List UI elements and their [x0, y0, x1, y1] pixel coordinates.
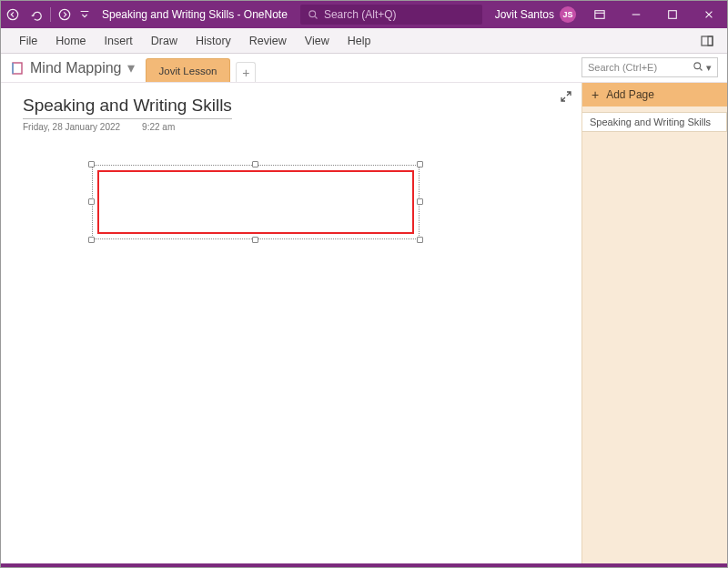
svg-rect-5 [702, 36, 713, 46]
tab-history[interactable]: History [187, 28, 240, 54]
user-name: Jovit Santos [495, 8, 554, 21]
tab-draw[interactable]: Draw [142, 28, 187, 54]
notebook-dropdown[interactable]: ▾ [127, 59, 135, 76]
svg-rect-7 [13, 63, 22, 74]
page-search-placeholder: Search (Ctrl+E) [588, 62, 657, 73]
tab-view[interactable]: View [296, 28, 339, 54]
ribbon-display-button[interactable] [581, 1, 618, 28]
minimize-button[interactable] [618, 1, 654, 28]
search-icon [308, 9, 318, 20]
search-placeholder: Search (Alt+Q) [324, 8, 397, 21]
resize-handle-tr[interactable] [417, 161, 423, 167]
selected-object[interactable] [92, 165, 420, 239]
resize-handle-br[interactable] [417, 237, 423, 243]
page-date[interactable]: Friday, 28 January 2022 [23, 122, 120, 132]
separator [50, 7, 51, 22]
avatar: JS [560, 6, 576, 23]
page-meta: Friday, 28 January 2022 9:22 am [23, 122, 560, 132]
tab-review[interactable]: Review [240, 28, 296, 54]
fullscreen-icon[interactable] [560, 90, 572, 106]
svg-point-2 [309, 11, 316, 17]
close-button[interactable] [691, 1, 727, 28]
plus-icon: + [592, 87, 599, 102]
tab-help[interactable]: Help [339, 28, 380, 54]
tab-file[interactable]: File [10, 28, 46, 54]
page-list-item[interactable]: Speaking and Writing Skills [582, 112, 727, 132]
add-page-button[interactable]: + Add Page [582, 83, 727, 106]
content-area: Speaking and Writing Skills Friday, 28 J… [1, 83, 727, 563]
svg-point-8 [694, 63, 701, 69]
add-section-button[interactable]: + [236, 62, 256, 82]
section-tab-active[interactable]: Jovit Lesson [146, 58, 231, 82]
maximize-button[interactable] [654, 1, 691, 28]
search-icon [693, 61, 703, 74]
resize-handle-ml[interactable] [88, 198, 95, 205]
qat-customize[interactable] [76, 1, 93, 28]
svg-point-1 [59, 9, 69, 19]
section-bar: Mind Mapping ▾ Jovit Lesson + Search (Ct… [1, 54, 727, 83]
chevron-down-icon: ▾ [706, 62, 712, 74]
svg-rect-4 [669, 11, 677, 19]
ribbon: File Home Insert Draw History Review Vie… [1, 28, 727, 54]
undo-button[interactable] [25, 1, 48, 28]
page-canvas[interactable]: Speaking and Writing Skills Friday, 28 J… [1, 83, 581, 563]
page-search[interactable]: Search (Ctrl+E) ▾ [581, 57, 718, 77]
notebook-icon [10, 61, 25, 76]
page-title[interactable]: Speaking and Writing Skills [23, 96, 560, 116]
rectangle-shape[interactable] [97, 170, 414, 234]
title-underline [23, 118, 232, 119]
svg-point-0 [7, 9, 17, 19]
window-title: Speaking and Writing Skills - OneNote [102, 8, 288, 21]
resize-handle-tm[interactable] [252, 161, 258, 167]
user-account[interactable]: Jovit Santos JS [495, 6, 576, 23]
resize-handle-bl[interactable] [88, 237, 95, 243]
resize-handle-tl[interactable] [88, 161, 95, 167]
tell-me-search[interactable]: Search (Alt+Q) [300, 5, 482, 25]
back-button[interactable] [1, 1, 25, 28]
redo-button[interactable] [53, 1, 76, 28]
collapse-ribbon-button[interactable] [696, 30, 718, 52]
tab-insert[interactable]: Insert [96, 28, 142, 54]
svg-rect-3 [595, 11, 604, 19]
add-page-label: Add Page [606, 88, 654, 101]
page-time[interactable]: 9:22 am [142, 122, 175, 132]
svg-rect-6 [708, 36, 713, 46]
resize-handle-mr[interactable] [417, 198, 423, 205]
title-bar: Speaking and Writing Skills - OneNote Se… [1, 1, 727, 28]
page-sidebar: + Add Page Speaking and Writing Skills [581, 83, 727, 563]
notebook-name[interactable]: Mind Mapping [30, 60, 122, 76]
resize-handle-bm[interactable] [252, 237, 258, 243]
status-bar [1, 563, 727, 567]
tab-home[interactable]: Home [46, 28, 95, 54]
